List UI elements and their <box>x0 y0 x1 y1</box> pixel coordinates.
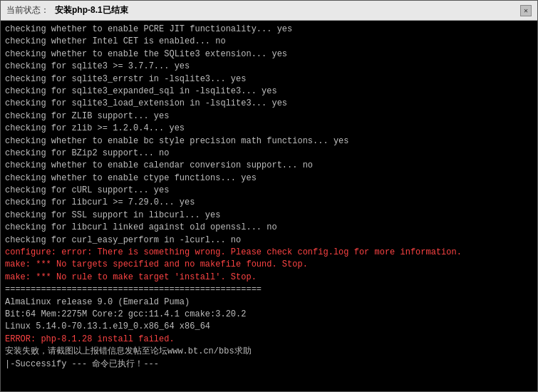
terminal-line: AlmaLinux release 9.0 (Emerald Puma) <box>5 296 533 309</box>
terminal-line: checking whether Intel CET is enabled...… <box>5 36 533 48</box>
terminal-line: ERROR: php-8.1.28 install failed. <box>5 334 533 346</box>
terminal-line: checking whether to enable bc style prec… <box>5 135 533 148</box>
terminal-line: checking for SSL support in libcurl... y… <box>5 210 533 222</box>
title-bar: 当前状态： 安装php-8.1已结束 ✕ <box>1 1 537 21</box>
terminal-line: checking for sqlite3_errstr in -lsqlite3… <box>5 73 533 86</box>
terminal-line: checking for cURL support... yes <box>5 185 533 197</box>
terminal-line: checking whether to enable PCRE JIT func… <box>5 24 533 36</box>
terminal-line: checking for ZLIB support... yes <box>5 110 533 123</box>
terminal-line: configure: error: There is something wro… <box>5 247 533 259</box>
terminal-line: Linux 5.14.0-70.13.1.el9_0.x86_64 x86_64 <box>5 321 533 333</box>
terminal-line: checking for sqlite3 >= 3.7.7... yes <box>5 61 533 73</box>
terminal-line: checking for BZip2 support... no <box>5 148 533 160</box>
terminal-line: checking whether to enable the SQLite3 e… <box>5 48 533 61</box>
terminal-output: checking whether to enable PCRE JIT func… <box>1 21 537 391</box>
terminal-line: make: *** No targets specified and no ma… <box>5 259 533 271</box>
terminal-line: checking whether to enable ctype functio… <box>5 172 533 185</box>
terminal-line: make: *** No rule to make target 'instal… <box>5 272 533 284</box>
status-value: 安装php-8.1已结束 <box>55 4 128 16</box>
status-label: 当前状态： <box>6 4 49 16</box>
terminal-line: checking for zlib >= 1.2.0.4... yes <box>5 123 533 135</box>
terminal-line: |-Successify --- 命令已执行！--- <box>5 359 533 371</box>
terminal-line: ========================================… <box>5 284 533 296</box>
terminal-line: checking for libcurl >= 7.29.0... yes <box>5 197 533 209</box>
title-bar-left: 当前状态： 安装php-8.1已结束 <box>6 4 128 16</box>
terminal-line: checking for sqlite3_load_extension in -… <box>5 98 533 110</box>
terminal-line: checking for curl_easy_perform in -lcurl… <box>5 234 533 247</box>
main-window: 当前状态： 安装php-8.1已结束 ✕ checking whether to… <box>0 0 538 392</box>
terminal-line: checking whether to enable calendar conv… <box>5 160 533 172</box>
terminal-line: Bit:64 Mem:2275M Core:2 gcc:11.4.1 cmake… <box>5 309 533 321</box>
terminal-line: 安装失败，请截图以上报错信息发帖至论坛www.bt.cn/bbs求助 <box>5 346 533 358</box>
close-button[interactable]: ✕ <box>520 5 532 16</box>
terminal-line: checking for sqlite3_expanded_sql in -ls… <box>5 86 533 98</box>
terminal-line: checking for libcurl linked against old … <box>5 222 533 234</box>
